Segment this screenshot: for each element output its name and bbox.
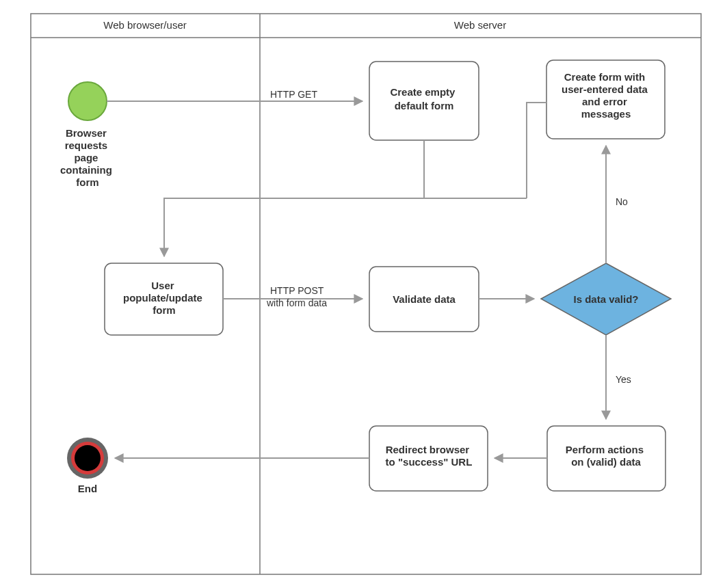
validate-data-node: Validate data: [369, 267, 479, 332]
edge-label-http-get: HTTP GET: [270, 89, 317, 100]
edge-label-yes: Yes: [616, 374, 631, 385]
create-error-form-node: Create form with user-entered data and e…: [546, 60, 665, 139]
edge-label-no: No: [616, 196, 628, 207]
create-empty-form-node: Create empty default form: [369, 62, 479, 140]
lane-title-left: Web browser/user: [103, 19, 186, 31]
start-node-label: Browser requests page containing form: [60, 127, 115, 188]
end-node: End: [67, 438, 108, 494]
user-populate-form-node: User populate/update form: [105, 263, 223, 335]
svg-text:Perform actions
      on (vali: Perform actions on (valid) data: [566, 444, 646, 468]
edge-create-empty-to-populate: [164, 140, 424, 256]
svg-text:Is data valid?: Is data valid?: [573, 293, 638, 305]
end-node-label: End: [78, 483, 97, 494]
is-data-valid-decision: Is data valid?: [541, 263, 671, 335]
lane-title-right: Web server: [454, 19, 506, 31]
redirect-browser-node: Redirect browser to "success" URL: [369, 426, 488, 491]
perform-actions-node: Perform actions on (valid) data: [547, 426, 665, 491]
svg-text:Redirect browser
      to "suc: Redirect browser to "success" URL: [386, 444, 473, 468]
svg-text:Validate data: Validate data: [393, 293, 456, 305]
start-node: Browser requests page containing form: [60, 82, 115, 188]
end-circle-inner: [75, 445, 101, 471]
start-circle-icon: [68, 82, 107, 120]
edge-label-http-post-l2: with form data: [266, 297, 327, 308]
edge-label-http-post-l1: HTTP POST: [270, 285, 324, 296]
edge-create-error-join: [527, 103, 546, 198]
